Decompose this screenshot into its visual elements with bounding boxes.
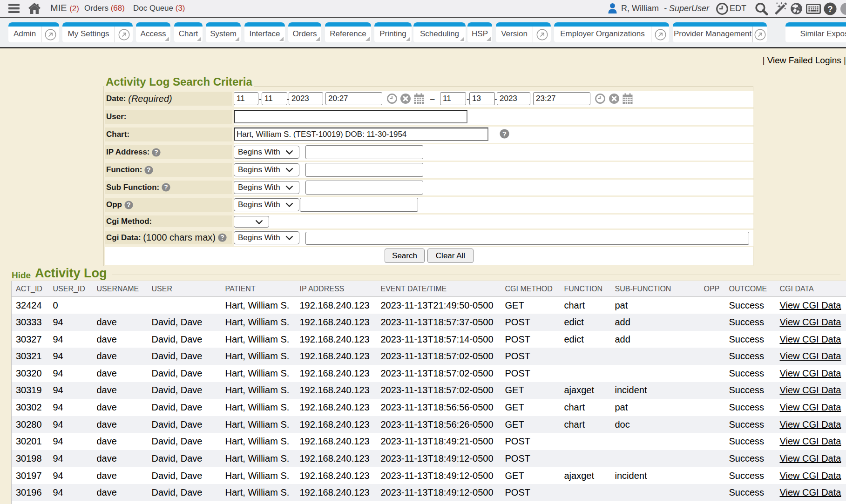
svg-text:?: ?: [220, 234, 224, 241]
svg-text:?: ?: [827, 4, 832, 14]
svg-text:?: ?: [164, 184, 168, 191]
svg-text:?: ?: [127, 202, 130, 208]
svg-text:?: ?: [147, 167, 150, 174]
svg-text:?: ?: [155, 149, 158, 156]
svg-text:?: ?: [502, 130, 507, 138]
